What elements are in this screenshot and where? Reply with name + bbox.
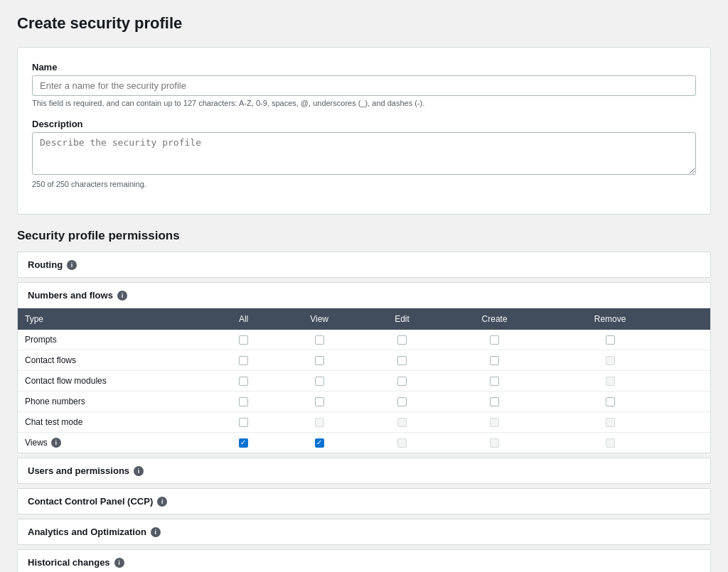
col-edit: Edit [363, 308, 441, 330]
numbers-flows-header[interactable]: Numbers and flows i [18, 283, 710, 308]
historical-header[interactable]: Historical changes i [18, 550, 710, 572]
all-cell[interactable] [212, 350, 276, 371]
all-cell[interactable] [212, 433, 276, 453]
ccp-header[interactable]: Contact Control Panel (CCP) i [18, 489, 710, 514]
remove-cell [548, 433, 672, 453]
create-cell[interactable] [441, 392, 548, 412]
create-cell [441, 433, 548, 453]
all-cell[interactable] [212, 371, 276, 392]
extra-cell [672, 412, 710, 433]
name-input[interactable] [32, 75, 696, 96]
view-cell [275, 412, 363, 433]
users-permissions-label: Users and permissions [28, 465, 129, 476]
description-label: Description [32, 119, 696, 129]
all-cell[interactable] [212, 392, 276, 412]
name-label: Name [32, 62, 696, 72]
analytics-section: Analytics and Optimization i [17, 519, 711, 545]
name-hint: This field is required, and can contain … [32, 99, 696, 107]
table-row: Views i [18, 433, 710, 453]
permissions-title: Security profile permissions [17, 229, 711, 243]
historical-label: Historical changes [28, 557, 110, 568]
all-cell[interactable] [212, 330, 276, 350]
table-row: Contact flow modules [18, 371, 710, 392]
extra-cell [672, 350, 710, 371]
routing-section: Routing i [17, 252, 711, 278]
analytics-header[interactable]: Analytics and Optimization i [18, 519, 710, 544]
edit-cell [363, 433, 441, 453]
name-field: Name This field is required, and can con… [32, 62, 696, 107]
edit-cell[interactable] [363, 371, 441, 392]
routing-header[interactable]: Routing i [18, 252, 710, 277]
col-remove: Remove [548, 308, 672, 330]
permissions-section: Security profile permissions Routing i N… [17, 229, 711, 572]
extra-cell [672, 433, 710, 453]
form-card: Name This field is required, and can con… [17, 47, 711, 215]
description-field: Description 250 of 250 characters remain… [32, 119, 696, 188]
table-row: Chat test mode [18, 412, 710, 433]
view-cell[interactable] [275, 330, 363, 350]
char-count: 250 of 250 characters remaining. [32, 180, 696, 188]
ccp-section: Contact Control Panel (CCP) i [17, 488, 711, 514]
remove-cell[interactable] [548, 330, 672, 350]
edit-cell[interactable] [363, 392, 441, 412]
routing-info-icon: i [67, 260, 77, 270]
extra-cell [672, 330, 710, 350]
page-title: Create security profile [17, 14, 711, 33]
remove-cell [548, 371, 672, 392]
ccp-label: Contact Control Panel (CCP) [28, 496, 153, 507]
create-cell [441, 412, 548, 433]
col-view: View [275, 308, 363, 330]
row-type: Phone numbers [18, 392, 212, 411]
view-cell[interactable] [275, 350, 363, 371]
users-permissions-info-icon: i [134, 466, 144, 476]
numbers-flows-table: Type All View Edit Create Remove Prompts [18, 308, 710, 453]
analytics-info-icon: i [151, 527, 161, 537]
col-all: All [212, 308, 276, 330]
ccp-info-icon: i [157, 497, 167, 507]
edit-cell[interactable] [363, 350, 441, 371]
extra-cell [672, 371, 710, 392]
edit-cell[interactable] [363, 330, 441, 350]
create-cell[interactable] [441, 330, 548, 350]
create-cell[interactable] [441, 350, 548, 371]
routing-label: Routing [28, 259, 63, 270]
users-permissions-header[interactable]: Users and permissions i [18, 458, 710, 483]
col-extra [672, 308, 710, 330]
table-row: Contact flows [18, 350, 710, 371]
extra-cell [672, 392, 710, 412]
all-cell[interactable] [212, 412, 276, 433]
analytics-label: Analytics and Optimization [28, 527, 146, 537]
row-type: Chat test mode [18, 412, 212, 432]
view-cell[interactable] [275, 392, 363, 412]
view-cell[interactable] [275, 371, 363, 392]
create-cell[interactable] [441, 371, 548, 392]
table-row: Prompts [18, 330, 710, 350]
users-permissions-section: Users and permissions i [17, 458, 711, 484]
historical-info-icon: i [114, 558, 124, 568]
row-type: Contact flows [18, 350, 212, 370]
remove-cell [548, 412, 672, 433]
numbers-flows-section: Numbers and flows i Type All View Edit C… [17, 282, 711, 453]
col-create: Create [441, 308, 548, 330]
description-textarea[interactable] [32, 132, 696, 175]
remove-cell [548, 350, 672, 371]
views-info-icon: i [51, 438, 61, 448]
col-type: Type [18, 308, 212, 330]
view-cell[interactable] [275, 433, 363, 453]
remove-cell[interactable] [548, 392, 672, 412]
numbers-flows-label: Numbers and flows [28, 290, 113, 301]
row-type: Contact flow modules [18, 371, 212, 391]
row-type: Views i [18, 433, 212, 453]
edit-cell [363, 412, 441, 433]
historical-section: Historical changes i [17, 549, 711, 572]
numbers-flows-info-icon: i [117, 291, 127, 301]
table-row: Phone numbers [18, 392, 710, 412]
row-type: Prompts [18, 330, 212, 350]
